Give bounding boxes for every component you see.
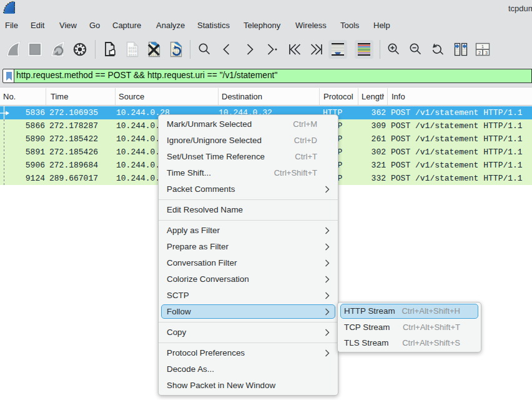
svg-text:3: 3 — [485, 51, 488, 55]
svg-text:0111: 0111 — [129, 54, 137, 58]
svg-text:2: 2 — [478, 51, 481, 55]
svg-text:1: 1 — [481, 44, 484, 49]
